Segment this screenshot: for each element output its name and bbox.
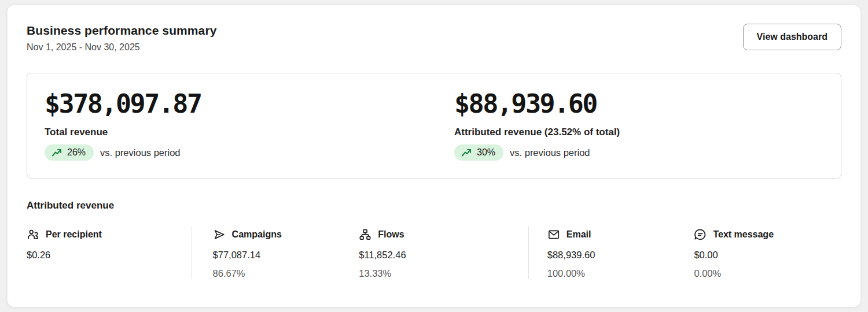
trending-up-icon — [52, 148, 62, 158]
card-header: Business performance summary Nov 1, 2025… — [27, 24, 841, 53]
metric-label: Campaigns — [232, 229, 282, 240]
trend-badge: 26% — [45, 144, 94, 161]
metric-value: $77,087.14 — [213, 250, 359, 261]
attributed-revenue-section-title: Attributed revenue — [27, 200, 841, 211]
metric-label: Email — [567, 229, 591, 240]
send-icon — [213, 228, 226, 241]
metric-flows: Flows $11,852.46 13.33% — [359, 226, 528, 279]
business-performance-card: Business performance summary Nov 1, 2025… — [7, 5, 861, 307]
metric-percent: 0.00% — [694, 268, 841, 279]
metric-value: $88,939.60 — [547, 250, 694, 261]
total-revenue-trend: 26% vs. previous period — [45, 144, 454, 161]
envelope-icon — [547, 228, 560, 241]
attributed-revenue-metric: $88,939.60 Attributed revenue (23.52% of… — [454, 88, 620, 161]
page-title: Business performance summary — [27, 24, 216, 38]
metric-percent: 86.67% — [213, 268, 359, 279]
total-revenue-label: Total revenue — [45, 127, 454, 138]
trend-badge: 30% — [454, 144, 503, 161]
metric-percent: 13.33% — [359, 268, 528, 279]
header-text-block: Business performance summary Nov 1, 2025… — [27, 24, 216, 53]
metric-value: $0.26 — [27, 250, 192, 261]
metric-label: Flows — [378, 229, 404, 240]
trend-percent: 26% — [67, 147, 86, 158]
trend-percent: 30% — [477, 147, 495, 158]
metric-label: Per recipient — [46, 229, 102, 240]
trending-up-icon — [461, 148, 472, 158]
view-dashboard-button[interactable]: View dashboard — [743, 24, 841, 50]
sitemap-icon — [359, 228, 372, 241]
metric-value: $0.00 — [694, 250, 841, 261]
metric-campaigns: Campaigns $77,087.14 86.67% — [192, 226, 359, 279]
chat-bubble-icon — [694, 228, 707, 241]
metric-value: $11,852.46 — [359, 250, 528, 261]
metric-percent — [27, 268, 192, 279]
total-revenue-value: $378,097.87 — [45, 88, 454, 119]
total-revenue-metric: $378,097.87 Total revenue 26% vs. previo… — [45, 88, 454, 161]
trend-suffix: vs. previous period — [510, 147, 590, 158]
trend-suffix: vs. previous period — [100, 147, 181, 158]
metric-text-message: Text message $0.00 0.00% — [694, 226, 841, 279]
metric-percent: 100.00% — [547, 268, 694, 279]
metric-email: Email $88,939.60 100.00% — [528, 226, 694, 279]
metric-label: Text message — [713, 229, 774, 240]
revenue-summary-panel: $378,097.87 Total revenue 26% vs. previo… — [27, 73, 841, 179]
people-icon — [27, 228, 39, 241]
attributed-revenue-label: Attributed revenue (23.52% of total) — [454, 127, 620, 138]
metric-per-recipient: Per recipient $0.26 — [27, 226, 192, 279]
attributed-revenue-trend: 30% vs. previous period — [454, 144, 620, 161]
attributed-metrics-row: Per recipient $0.26 Campaigns $77,087.14… — [27, 226, 841, 279]
date-range: Nov 1, 2025 - Nov 30, 2025 — [27, 42, 216, 53]
attributed-revenue-value: $88,939.60 — [454, 88, 620, 119]
